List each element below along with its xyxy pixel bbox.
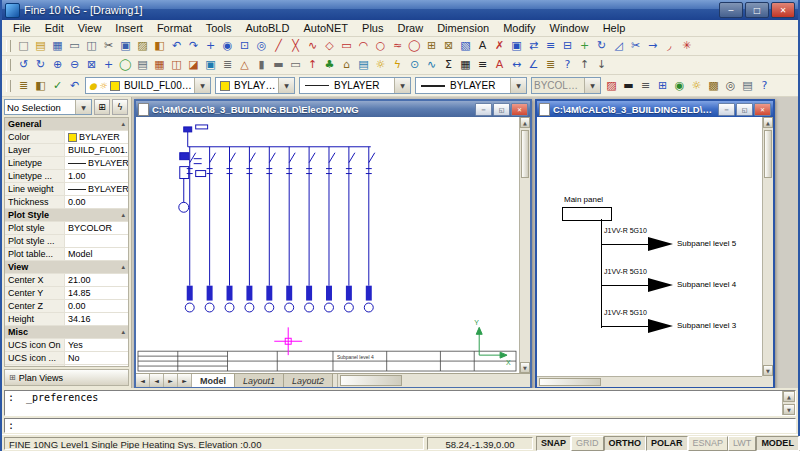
property-row[interactable]: Center Y 14.85 ▴: [5, 287, 128, 300]
tree-icon[interactable]: ♣: [321, 57, 338, 73]
door-icon[interactable]: ◪: [185, 57, 202, 73]
title-bar[interactable]: Fine 10 NG - [Drawing1] ─ □ ✕: [2, 0, 798, 20]
vertical-scrollbar[interactable]: ▲ ▼: [762, 117, 773, 376]
linetype-combo[interactable]: BYLAYER ▼: [299, 77, 411, 94]
print-preview-icon[interactable]: ◫: [83, 38, 100, 54]
slab-icon[interactable]: ▭: [287, 57, 304, 73]
north-arrow-icon[interactable]: ↑: [304, 57, 321, 73]
electric-panel-icon[interactable]: ▤: [355, 57, 372, 73]
down-arrow-icon[interactable]: ↓: [593, 57, 610, 73]
menu-item[interactable]: Plus: [355, 21, 390, 35]
light-icon[interactable]: ☼: [688, 78, 705, 94]
arc-icon[interactable]: ◠: [355, 38, 372, 54]
polar-toggle[interactable]: POLAR: [646, 436, 688, 451]
inquiry-icon[interactable]: ?: [559, 57, 576, 73]
scroll-up-icon[interactable]: ▲: [520, 117, 530, 128]
scrollbar-thumb[interactable]: [764, 130, 772, 178]
copy-icon[interactable]: ▣: [117, 38, 134, 54]
scale-icon[interactable]: ◿: [610, 38, 627, 54]
command-input[interactable]: :: [4, 418, 796, 433]
menu-item[interactable]: Window: [543, 21, 596, 35]
ortho-toggle[interactable]: ORTHO: [604, 436, 647, 451]
property-row[interactable]: UCS icon On Yes ▴: [5, 339, 128, 352]
render-icon[interactable]: ◉: [671, 78, 688, 94]
command-history[interactable]: : _preferences ▲ ▼: [4, 390, 796, 416]
menu-item[interactable]: Dimension: [430, 21, 496, 35]
extend-icon[interactable]: →: [644, 38, 661, 54]
property-row[interactable]: UCS icon ... No ▴: [5, 352, 128, 365]
scroll-up-icon[interactable]: ▲: [783, 391, 795, 402]
first-tab-icon[interactable]: ◄: [136, 374, 150, 387]
property-row[interactable]: Linetype BYLAYER ▴: [5, 157, 128, 170]
toggle-pickadd-button[interactable]: ⊞: [94, 99, 110, 115]
zoom-previous-icon[interactable]: ◎: [253, 38, 270, 54]
rotate-icon[interactable]: ↻: [593, 38, 610, 54]
cut-icon[interactable]: ✂: [100, 38, 117, 54]
property-row[interactable]: Center Z 0.00 ▴: [5, 300, 128, 313]
window-icon[interactable]: ▣: [202, 57, 219, 73]
color-combo[interactable]: BYLAYER ▼: [215, 77, 295, 94]
lamp-icon[interactable]: ☼: [372, 57, 389, 73]
child-title-bar[interactable]: C:\4M\CALC\8_3_BUILDING.BLD\ElecDP.DWG ─…: [136, 101, 530, 117]
make-layer-current-icon[interactable]: ✓: [49, 78, 66, 94]
property-row[interactable]: Height 34.16 ▴: [5, 313, 128, 326]
collapse-icon[interactable]: ▴: [121, 118, 125, 130]
collapse-icon[interactable]: ▴: [121, 209, 125, 221]
open-folder-icon[interactable]: ▤: [32, 38, 49, 54]
close-button[interactable]: ✕: [771, 2, 795, 18]
layout-tab[interactable]: Model: [192, 374, 235, 387]
snap-toggle[interactable]: SNAP: [536, 436, 571, 451]
explode-icon[interactable]: ✳: [678, 38, 695, 54]
child-close-button[interactable]: ✕: [754, 103, 771, 116]
dropdown-arrow-icon[interactable]: ▼: [75, 100, 91, 114]
layout-tab[interactable]: Layout2: [284, 374, 333, 387]
scroll-down-icon[interactable]: ▼: [783, 404, 795, 415]
property-row[interactable]: Layer BUILD_FL001... ▴: [5, 144, 128, 157]
horizontal-scrollbar[interactable]: [337, 374, 530, 387]
property-row[interactable]: Linetype ... 1.00 ▴: [5, 170, 128, 183]
vertical-scrollbar[interactable]: ▲ ▼: [519, 117, 530, 373]
menu-item[interactable]: Format: [150, 21, 199, 35]
quick-calc-icon[interactable]: ⊞: [654, 78, 671, 94]
polyline-icon[interactable]: ∿: [304, 38, 321, 54]
move-icon[interactable]: +: [576, 38, 593, 54]
scrollbar-thumb[interactable]: [539, 378, 601, 386]
up-arrow-icon[interactable]: ↑: [576, 57, 593, 73]
dim-linear-icon[interactable]: ↔: [508, 57, 525, 73]
dim-angular-icon[interactable]: ∠: [525, 57, 542, 73]
fillet-icon[interactable]: ◞: [661, 38, 678, 54]
pan-realtime-icon[interactable]: +: [100, 57, 117, 73]
scroll-down-icon[interactable]: ▼: [520, 362, 530, 373]
redraw-icon[interactable]: ↺: [15, 57, 32, 73]
ellipse-icon[interactable]: ◯: [406, 38, 423, 54]
calculation-icon[interactable]: Σ: [440, 57, 457, 73]
trim-icon[interactable]: ✂: [627, 38, 644, 54]
sheet-set-icon[interactable]: ▤: [739, 78, 756, 94]
array-icon[interactable]: ⊟: [559, 38, 576, 54]
dropdown-arrow-icon[interactable]: ▼: [510, 78, 526, 93]
model-toggle[interactable]: MODEL: [756, 436, 799, 451]
linetype-manager-icon[interactable]: ≡: [637, 78, 654, 94]
scrollbar-thumb[interactable]: [340, 375, 402, 386]
menu-item[interactable]: AutoBLD: [238, 21, 296, 35]
next-tab-icon[interactable]: ►: [164, 374, 178, 387]
child-restore-button[interactable]: ◱: [736, 103, 753, 116]
table-icon[interactable]: ▦: [457, 57, 474, 73]
hatch-icon[interactable]: ▧: [457, 38, 474, 54]
property-row[interactable]: Thickness 0.00 ▴: [5, 196, 128, 209]
property-row[interactable]: Line weight BYLAYER ▴: [5, 183, 128, 196]
prev-tab-icon[interactable]: ◄: [150, 374, 164, 387]
quick-select-button[interactable]: ϟ: [112, 99, 128, 115]
menu-item[interactable]: Help: [596, 21, 633, 35]
roof-icon[interactable]: △: [236, 57, 253, 73]
esnap-toggle[interactable]: ESNAP: [688, 436, 729, 451]
menu-item[interactable]: Modify: [496, 21, 542, 35]
lineweight-icon[interactable]: ▬: [620, 78, 637, 94]
help-icon[interactable]: ?: [756, 78, 773, 94]
property-row[interactable]: Plot style BYCOLOR ▴: [5, 222, 128, 235]
collapse-icon[interactable]: ▴: [121, 326, 125, 338]
erase-icon[interactable]: ✗: [491, 38, 508, 54]
command-scrollbar[interactable]: ▲ ▼: [782, 391, 795, 415]
construction-line-icon[interactable]: ╳: [287, 38, 304, 54]
layout-tab[interactable]: Layout1: [235, 374, 284, 387]
